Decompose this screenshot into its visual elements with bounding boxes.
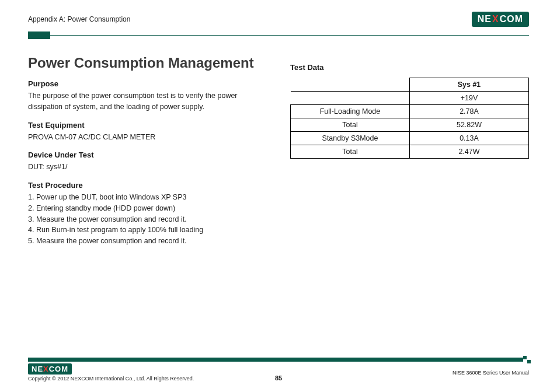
footer-rule bbox=[28, 358, 529, 362]
table-label: Total bbox=[291, 118, 410, 132]
table-row: Sys #1 bbox=[291, 78, 529, 92]
table-row: Total 2.47W bbox=[291, 145, 529, 159]
test-data-table: Sys #1 +19V Full-Loading Mode 2.78A Tota… bbox=[290, 78, 529, 159]
logo-left: NE bbox=[32, 365, 43, 373]
copyright-text: Copyright © 2012 NEXCOM International Co… bbox=[28, 376, 194, 382]
page-number: 85 bbox=[275, 374, 282, 382]
table-value: +19V bbox=[410, 92, 529, 105]
procedure-list: 1. Power up the DUT, boot into Windows X… bbox=[28, 192, 267, 247]
table-label: Standby S3Mode bbox=[291, 132, 410, 145]
procedure-heading: Test Procedure bbox=[28, 181, 267, 190]
footer-logo: NE X COM bbox=[28, 363, 194, 374]
logo-left: NE bbox=[478, 14, 492, 24]
list-item: 5. Measure the power consumption and rec… bbox=[28, 236, 267, 247]
table-label: Full-Loading Mode bbox=[291, 105, 410, 118]
page-title: Power Consumption Management bbox=[28, 55, 267, 71]
table-value: 2.78A bbox=[410, 105, 529, 118]
breadcrumb: Appendix A: Power Consumption bbox=[28, 15, 130, 23]
dut-heading: Device Under Test bbox=[28, 150, 267, 159]
table-label: Total bbox=[291, 145, 410, 159]
equipment-heading: Test Equipment bbox=[28, 121, 267, 130]
table-value: 0.13A bbox=[410, 132, 529, 145]
logo-x: X bbox=[492, 14, 500, 24]
brand-logo: NE X COM bbox=[472, 12, 529, 27]
header-rule bbox=[28, 32, 529, 40]
table-value: 52.82W bbox=[410, 118, 529, 132]
manual-name: NISE 3600E Series User Manual bbox=[452, 370, 529, 376]
table-row: Standby S3Mode 0.13A bbox=[291, 132, 529, 145]
logo-x: X bbox=[43, 365, 49, 373]
table-value: 2.47W bbox=[410, 145, 529, 159]
table-cell-blank bbox=[291, 78, 410, 92]
table-header-sys1: Sys #1 bbox=[410, 78, 529, 92]
logo-right: COM bbox=[500, 14, 523, 24]
page-footer: NE X COM Copyright © 2012 NEXCOM Interna… bbox=[28, 358, 529, 382]
purpose-text: The purpose of the power consumption tes… bbox=[28, 90, 267, 113]
list-item: 3. Measure the power consumption and rec… bbox=[28, 214, 267, 225]
equipment-text: PROVA CM-07 AC/DC CLAMP METER bbox=[28, 132, 267, 143]
table-row: Total 52.82W bbox=[291, 118, 529, 132]
list-item: 1. Power up the DUT, boot into Windows X… bbox=[28, 192, 267, 203]
testdata-heading: Test Data bbox=[290, 63, 529, 72]
table-row: +19V bbox=[291, 92, 529, 105]
dut-text: DUT: sys#1/ bbox=[28, 162, 267, 173]
logo-right: COM bbox=[49, 365, 68, 373]
purpose-heading: Purpose bbox=[28, 79, 267, 88]
list-item: 2. Entering standby mode (HDD power down… bbox=[28, 203, 267, 214]
table-label bbox=[291, 92, 410, 105]
table-row: Full-Loading Mode 2.78A bbox=[291, 105, 529, 118]
list-item: 4. Run Burn-in test program to apply 100… bbox=[28, 225, 267, 236]
